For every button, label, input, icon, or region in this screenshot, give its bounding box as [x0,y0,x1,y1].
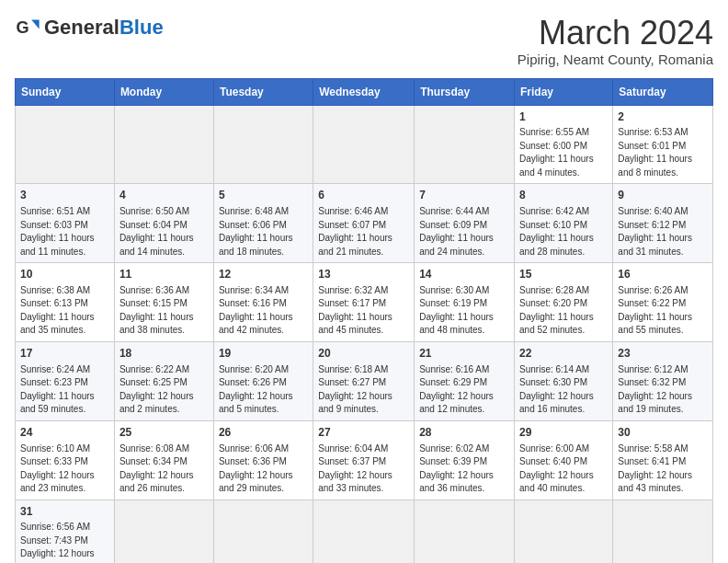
calendar-cell: 21Sunrise: 6:16 AM Sunset: 6:29 PM Dayli… [415,341,515,420]
day-info: Sunrise: 6:50 AM Sunset: 6:04 PM Dayligh… [119,205,209,259]
day-info: Sunrise: 6:42 AM Sunset: 6:10 PM Dayligh… [519,205,608,259]
title-section: March 2024 Pipirig, Neamt County, Romani… [518,15,713,67]
svg-marker-1 [31,20,39,29]
day-number: 24 [20,425,109,441]
day-number: 13 [318,267,409,282]
calendar-cell: 24Sunrise: 6:10 AM Sunset: 6:33 PM Dayli… [16,420,115,500]
day-number: 30 [618,425,708,441]
calendar-cell: 29Sunrise: 6:00 AM Sunset: 6:40 PM Dayli… [515,420,613,500]
day-number: 16 [618,267,708,282]
column-header-tuesday: Tuesday [213,78,313,105]
calendar-cell: 1Sunrise: 6:55 AM Sunset: 6:00 PM Daylig… [515,105,613,184]
day-info: Sunrise: 6:18 AM Sunset: 6:27 PM Dayligh… [318,363,409,417]
calendar-cell: 13Sunrise: 6:32 AM Sunset: 6:17 PM Dayli… [313,263,415,342]
calendar-cell [313,500,415,563]
calendar-cell: 27Sunrise: 6:04 AM Sunset: 6:37 PM Dayli… [313,420,415,500]
day-number: 17 [20,346,109,362]
calendar-cell: 17Sunrise: 6:24 AM Sunset: 6:23 PM Dayli… [16,341,115,420]
calendar-cell [213,105,313,184]
day-info: Sunrise: 6:55 AM Sunset: 6:00 PM Dayligh… [519,126,608,179]
calendar-cell: 28Sunrise: 6:02 AM Sunset: 6:39 PM Dayli… [415,420,515,500]
day-number: 7 [419,188,509,203]
location-subtitle: Pipirig, Neamt County, Romania [518,52,713,67]
calendar-cell: 26Sunrise: 6:06 AM Sunset: 6:36 PM Dayli… [213,420,313,500]
day-info: Sunrise: 6:22 AM Sunset: 6:25 PM Dayligh… [119,363,209,417]
calendar-cell: 31Sunrise: 6:56 AM Sunset: 7:43 PM Dayli… [16,500,115,563]
calendar-header-row: SundayMondayTuesdayWednesdayThursdayFrid… [16,78,713,105]
day-info: Sunrise: 6:24 AM Sunset: 6:23 PM Dayligh… [20,363,109,417]
column-header-friday: Friday [515,78,613,105]
calendar-cell [213,500,313,563]
calendar-cell: 19Sunrise: 6:20 AM Sunset: 6:26 PM Dayli… [213,341,313,420]
calendar-cell: 20Sunrise: 6:18 AM Sunset: 6:27 PM Dayli… [313,341,415,420]
calendar-cell [613,500,713,563]
day-info: Sunrise: 6:32 AM Sunset: 6:17 PM Dayligh… [318,284,409,338]
calendar-cell: 3Sunrise: 6:51 AM Sunset: 6:03 PM Daylig… [16,184,115,263]
logo: G GeneralBlue [15,15,164,40]
day-number: 20 [318,346,409,362]
day-info: Sunrise: 6:46 AM Sunset: 6:07 PM Dayligh… [318,205,409,259]
svg-text:G: G [16,18,28,37]
column-header-thursday: Thursday [415,78,515,105]
logo-icon: G [15,15,40,40]
calendar-cell [114,500,213,563]
calendar-cell [415,500,515,563]
calendar-week-6: 31Sunrise: 6:56 AM Sunset: 7:43 PM Dayli… [16,500,713,563]
day-info: Sunrise: 6:12 AM Sunset: 6:32 PM Dayligh… [618,363,708,417]
day-info: Sunrise: 6:53 AM Sunset: 6:01 PM Dayligh… [618,126,708,179]
calendar-cell: 18Sunrise: 6:22 AM Sunset: 6:25 PM Dayli… [114,341,213,420]
column-header-saturday: Saturday [613,78,713,105]
day-info: Sunrise: 6:26 AM Sunset: 6:22 PM Dayligh… [618,284,708,338]
day-number: 11 [119,267,209,282]
calendar-cell: 23Sunrise: 6:12 AM Sunset: 6:32 PM Dayli… [613,341,713,420]
day-info: Sunrise: 6:44 AM Sunset: 6:09 PM Dayligh… [419,205,509,259]
calendar-cell [313,105,415,184]
day-number: 26 [219,425,308,441]
calendar-cell [114,105,213,184]
calendar-cell: 14Sunrise: 6:30 AM Sunset: 6:19 PM Dayli… [415,263,515,342]
calendar-cell: 8Sunrise: 6:42 AM Sunset: 6:10 PM Daylig… [515,184,613,263]
day-info: Sunrise: 6:00 AM Sunset: 6:40 PM Dayligh… [519,442,608,496]
day-number: 2 [618,109,708,125]
calendar-cell: 2Sunrise: 6:53 AM Sunset: 6:01 PM Daylig… [613,105,713,184]
day-info: Sunrise: 6:14 AM Sunset: 6:30 PM Dayligh… [519,363,608,417]
calendar-cell: 22Sunrise: 6:14 AM Sunset: 6:30 PM Dayli… [515,341,613,420]
logo-text: GeneralBlue [44,17,164,38]
calendar-table: SundayMondayTuesdayWednesdayThursdayFrid… [15,78,713,563]
day-number: 12 [219,267,308,282]
day-info: Sunrise: 6:16 AM Sunset: 6:29 PM Dayligh… [419,363,509,417]
calendar-cell: 30Sunrise: 5:58 AM Sunset: 6:41 PM Dayli… [613,420,713,500]
day-number: 10 [20,267,109,282]
calendar-week-5: 24Sunrise: 6:10 AM Sunset: 6:33 PM Dayli… [16,420,713,500]
calendar-cell: 7Sunrise: 6:44 AM Sunset: 6:09 PM Daylig… [415,184,515,263]
day-info: Sunrise: 6:38 AM Sunset: 6:13 PM Dayligh… [20,284,109,338]
calendar-cell: 5Sunrise: 6:48 AM Sunset: 6:06 PM Daylig… [213,184,313,263]
day-number: 15 [519,267,608,282]
day-info: Sunrise: 6:06 AM Sunset: 6:36 PM Dayligh… [219,442,308,496]
day-info: Sunrise: 6:20 AM Sunset: 6:26 PM Dayligh… [219,363,308,417]
day-number: 5 [219,188,308,203]
day-info: Sunrise: 6:56 AM Sunset: 7:43 PM Dayligh… [20,521,109,563]
day-info: Sunrise: 6:51 AM Sunset: 6:03 PM Dayligh… [20,205,109,259]
day-number: 14 [419,267,509,282]
day-info: Sunrise: 6:02 AM Sunset: 6:39 PM Dayligh… [419,442,509,496]
day-info: Sunrise: 6:08 AM Sunset: 6:34 PM Dayligh… [119,442,209,496]
day-number: 28 [419,425,509,441]
calendar-week-3: 10Sunrise: 6:38 AM Sunset: 6:13 PM Dayli… [16,263,713,342]
column-header-sunday: Sunday [16,78,115,105]
day-number: 22 [519,346,608,362]
day-number: 4 [119,188,209,203]
calendar-week-1: 1Sunrise: 6:55 AM Sunset: 6:00 PM Daylig… [16,105,713,184]
day-number: 9 [618,188,708,203]
month-title: March 2024 [518,15,713,52]
calendar-cell: 15Sunrise: 6:28 AM Sunset: 6:20 PM Dayli… [515,263,613,342]
calendar-cell: 16Sunrise: 6:26 AM Sunset: 6:22 PM Dayli… [613,263,713,342]
day-number: 8 [519,188,608,203]
calendar-cell: 12Sunrise: 6:34 AM Sunset: 6:16 PM Dayli… [213,263,313,342]
calendar-cell [415,105,515,184]
calendar-cell: 6Sunrise: 6:46 AM Sunset: 6:07 PM Daylig… [313,184,415,263]
day-number: 29 [519,425,608,441]
day-number: 23 [618,346,708,362]
calendar-cell: 25Sunrise: 6:08 AM Sunset: 6:34 PM Dayli… [114,420,213,500]
day-number: 1 [519,109,608,125]
